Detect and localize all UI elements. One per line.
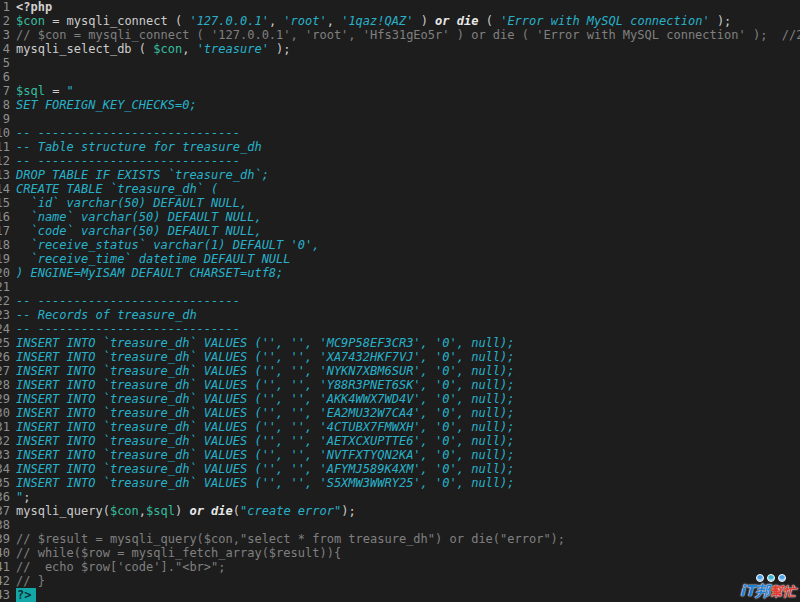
line-number[interactable]: 10: [0, 126, 10, 140]
code-line[interactable]: 29INSERT INTO `treasure_dh` VALUES ('', …: [0, 392, 800, 406]
line-number[interactable]: 5: [0, 56, 10, 70]
line-number[interactable]: 39: [0, 532, 10, 546]
line-number[interactable]: 12: [0, 154, 10, 168]
code-line[interactable]: 34INSERT INTO `treasure_dh` VALUES ('', …: [0, 462, 800, 476]
line-number[interactable]: 14: [0, 182, 10, 196]
line-number[interactable]: 37: [0, 504, 10, 518]
line-number[interactable]: 8: [0, 98, 10, 112]
code-line[interactable]: 21: [0, 280, 800, 294]
code-segment: INSERT INTO `treasure_dh` VALUES ('', ''…: [16, 420, 515, 434]
code-text: [10, 56, 800, 70]
code-line[interactable]: 16 `name` varchar(50) DEFAULT NULL,: [0, 210, 800, 224]
line-number[interactable]: 28: [0, 378, 10, 392]
code-line[interactable]: 23-- Records of treasure_dh: [0, 308, 800, 322]
code-line[interactable]: 26INSERT INTO `treasure_dh` VALUES ('', …: [0, 350, 800, 364]
code-line[interactable]: 36";: [0, 490, 800, 504]
code-line[interactable]: 5: [0, 56, 800, 70]
code-line[interactable]: 30INSERT INTO `treasure_dh` VALUES ('', …: [0, 406, 800, 420]
code-line[interactable]: 37mysqli_query($con,$sql) or die("create…: [0, 504, 800, 518]
line-number[interactable]: 29: [0, 392, 10, 406]
line-number[interactable]: 1: [0, 0, 10, 14]
line-number[interactable]: 40: [0, 546, 10, 560]
line-number[interactable]: 17: [0, 224, 10, 238]
code-segment: ): [413, 14, 435, 28]
code-line[interactable]: 42// }: [0, 574, 800, 588]
code-line[interactable]: 15 `id` varchar(50) DEFAULT NULL,: [0, 196, 800, 210]
code-line[interactable]: 31INSERT INTO `treasure_dh` VALUES ('', …: [0, 420, 800, 434]
line-number[interactable]: 34: [0, 462, 10, 476]
code-segment: -- ----------------------------: [16, 154, 240, 168]
code-segment: or: [189, 504, 203, 518]
code-line[interactable]: 40// while($row = mysqli_fetch_array($re…: [0, 546, 800, 560]
code-line[interactable]: 13DROP TABLE IF EXISTS `treasure_dh`;: [0, 168, 800, 182]
line-number[interactable]: 41: [0, 560, 10, 574]
line-number[interactable]: 36: [0, 490, 10, 504]
code-segment: -- ----------------------------: [16, 322, 240, 336]
line-number[interactable]: 35: [0, 476, 10, 490]
code-line[interactable]: 14CREATE TABLE `treasure_dh` (: [0, 182, 800, 196]
code-text: `id` varchar(50) DEFAULT NULL,: [10, 196, 800, 210]
line-number[interactable]: 13: [0, 168, 10, 182]
line-number[interactable]: 16: [0, 210, 10, 224]
line-number[interactable]: 4: [0, 42, 10, 56]
line-number[interactable]: 26: [0, 350, 10, 364]
line-number[interactable]: 30: [0, 406, 10, 420]
code-line[interactable]: 20) ENGINE=MyISAM DEFAULT CHARSET=utf8;: [0, 266, 800, 280]
line-number[interactable]: 15: [0, 196, 10, 210]
code-line[interactable]: 27INSERT INTO `treasure_dh` VALUES ('', …: [0, 364, 800, 378]
line-number[interactable]: 43: [0, 588, 10, 602]
code-line[interactable]: 11-- Table structure for treasure_dh: [0, 140, 800, 154]
code-line[interactable]: 38: [0, 518, 800, 532]
line-number[interactable]: 11: [0, 140, 10, 154]
line-number[interactable]: 19: [0, 252, 10, 266]
code-line[interactable]: 4mysqli_select_db ( $con, 'treasure' );: [0, 42, 800, 56]
line-number[interactable]: 38: [0, 518, 10, 532]
code-line[interactable]: 19 `receive_time` datetime DEFAULT NULL: [0, 252, 800, 266]
code-line[interactable]: 41// echo $row['code']."<br>";: [0, 560, 800, 574]
code-line[interactable]: 9: [0, 112, 800, 126]
line-number[interactable]: 2: [0, 14, 10, 28]
code-text: -- Records of treasure_dh: [10, 308, 800, 322]
line-number[interactable]: 9: [0, 112, 10, 126]
code-line[interactable]: 8SET FOREIGN_KEY_CHECKS=0;: [0, 98, 800, 112]
line-number[interactable]: 6: [0, 70, 10, 84]
code-line[interactable]: 18 `receive_status` varchar(1) DEFAULT '…: [0, 238, 800, 252]
code-line[interactable]: 17 `code` varchar(50) DEFAULT NULL,: [0, 224, 800, 238]
code-line[interactable]: 2$con = mysqli_connect ( '127.0.0.1', 'r…: [0, 14, 800, 28]
line-number[interactable]: 42: [0, 574, 10, 588]
code-line[interactable]: 35INSERT INTO `treasure_dh` VALUES ('', …: [0, 476, 800, 490]
code-line[interactable]: 28INSERT INTO `treasure_dh` VALUES ('', …: [0, 378, 800, 392]
code-line[interactable]: 32INSERT INTO `treasure_dh` VALUES ('', …: [0, 434, 800, 448]
line-number[interactable]: 21: [0, 280, 10, 294]
line-number[interactable]: 24: [0, 322, 10, 336]
line-number[interactable]: 22: [0, 294, 10, 308]
line-number[interactable]: 23: [0, 308, 10, 322]
code-line[interactable]: 3// $con = mysqli_connect ( '127.0.0.1',…: [0, 28, 800, 42]
code-line[interactable]: 6: [0, 70, 800, 84]
code-line[interactable]: 22-- ----------------------------: [0, 294, 800, 308]
line-number[interactable]: 7: [0, 84, 10, 98]
code-text: // $con = mysqli_connect ( '127.0.0.1', …: [10, 28, 800, 42]
code-line[interactable]: 24-- ----------------------------: [0, 322, 800, 336]
line-number[interactable]: 3: [0, 28, 10, 42]
code-line[interactable]: 25INSERT INTO `treasure_dh` VALUES ('', …: [0, 336, 800, 350]
code-line[interactable]: 43?>: [0, 588, 800, 602]
line-number[interactable]: 25: [0, 336, 10, 350]
code-line[interactable]: 7$sql = ": [0, 84, 800, 98]
line-number[interactable]: 18: [0, 238, 10, 252]
code-text: // echo $row['code']."<br>";: [10, 560, 800, 574]
line-number[interactable]: 31: [0, 420, 10, 434]
code-line[interactable]: 1<?php: [0, 0, 800, 14]
code-line[interactable]: 39// $result = mysqli_query($con,"select…: [0, 532, 800, 546]
code-segment: `id` varchar(50) DEFAULT NULL,: [16, 196, 247, 210]
line-number[interactable]: 33: [0, 448, 10, 462]
code-line[interactable]: 10-- ----------------------------: [0, 126, 800, 140]
code-segment: $con: [153, 42, 182, 56]
code-segment: -- ----------------------------: [16, 126, 240, 140]
line-number[interactable]: 32: [0, 434, 10, 448]
code-line[interactable]: 33INSERT INTO `treasure_dh` VALUES ('', …: [0, 448, 800, 462]
line-number[interactable]: 20: [0, 266, 10, 280]
code-line[interactable]: 12-- ----------------------------: [0, 154, 800, 168]
line-number[interactable]: 27: [0, 364, 10, 378]
code-editor[interactable]: 1<?php2$con = mysqli_connect ( '127.0.0.…: [0, 0, 800, 602]
